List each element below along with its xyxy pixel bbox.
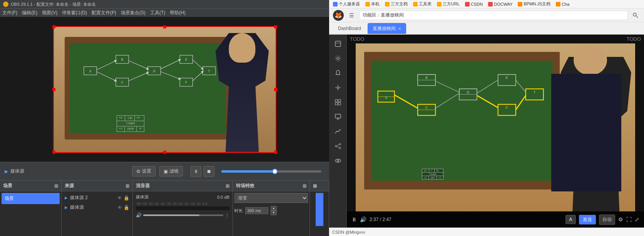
sidebar-icon-eye[interactable] xyxy=(332,155,344,167)
svg-text:E: E xyxy=(506,76,508,80)
bookmark-local[interactable]: 本机 xyxy=(364,0,381,8)
title-bar-text: OBS 29.1.1 - 配置文件: 未命名 - 场景: 未命名 xyxy=(11,2,96,7)
menu-file[interactable]: 文件(F) xyxy=(2,10,17,16)
mixer-menu-icon-1[interactable]: ⋮ xyxy=(225,213,229,218)
scene-item-1[interactable]: 场景 xyxy=(2,193,60,204)
path-part-1: 功能区 xyxy=(363,12,376,18)
pause-button[interactable]: ⏸ xyxy=(191,166,201,177)
video-content: S B C D E F T xyxy=(347,35,644,211)
video-settings-button[interactable]: ⚙ xyxy=(618,216,623,223)
sidebar-icon-cog[interactable] xyxy=(332,81,344,94)
resize-handle-bl[interactable] xyxy=(52,151,55,154)
sidebar-icon-home[interactable] xyxy=(332,38,344,50)
video-fullscreen-button[interactable]: ⛶ xyxy=(626,216,632,223)
duration-input[interactable] xyxy=(245,207,268,214)
sidebar-icon-share[interactable] xyxy=(332,140,344,152)
stop-button[interactable]: ⏹ xyxy=(204,166,214,177)
search-button[interactable] xyxy=(631,11,640,20)
bookmark-docway[interactable]: DOCWAY xyxy=(487,1,514,7)
bookmark-label-9: Cha xyxy=(562,2,569,7)
mixer-panel-title: 混音器 xyxy=(136,183,150,189)
resize-handle-br[interactable] xyxy=(274,151,277,154)
lock-icon-1[interactable]: 🔒 xyxy=(124,195,129,201)
bookmark-bpmn[interactable]: BPMN.JS文档 xyxy=(516,0,552,8)
resize-handle-ml[interactable] xyxy=(52,88,55,91)
mixer-panel-icon[interactable]: ⊞ xyxy=(226,183,229,189)
mixer-label-1: 媒体源 xyxy=(136,194,155,200)
mixer-vol-icon-1[interactable]: 🔊 xyxy=(136,213,142,218)
video-expand-button[interactable]: ⤢ xyxy=(635,216,639,223)
progress-bar[interactable] xyxy=(221,170,321,173)
resize-handle-tc[interactable] xyxy=(163,25,166,28)
tab-close-button[interactable]: ✕ xyxy=(398,27,401,31)
progress-handle[interactable] xyxy=(272,169,278,174)
menu-help[interactable]: 帮助(H) xyxy=(170,10,186,16)
browser-panel: 个人服务器 本机 三方文档 工具类 三方URL CSDN DOCWAY BPM xyxy=(329,0,644,236)
video-send-button[interactable]: 发送 xyxy=(579,215,596,224)
scene-panel-icon[interactable]: ⊞ xyxy=(54,183,58,189)
progress-fill xyxy=(221,170,276,173)
svg-rect-30 xyxy=(335,100,338,102)
svg-line-61 xyxy=(515,80,525,92)
menu-docking[interactable]: 停靠窗口(D) xyxy=(62,10,87,16)
video-auto-button[interactable]: 自动 xyxy=(599,214,615,225)
settings-button[interactable]: ⚙ 设置 xyxy=(132,166,156,176)
media-source-button[interactable]: ▶ 媒体源 xyxy=(5,168,24,175)
source-panel-icon[interactable]: ⊞ xyxy=(125,183,129,189)
menu-scenes[interactable]: 场景集合(S) xyxy=(121,10,146,16)
sidebar-icon-grid[interactable] xyxy=(332,96,344,108)
svg-point-38 xyxy=(335,145,337,147)
filters-button[interactable]: ▣ 滤镜 xyxy=(159,166,183,176)
svg-text:F: F xyxy=(506,106,508,110)
video-pause-button[interactable]: ⏸ xyxy=(351,216,357,223)
obs-main: S B C D E F xyxy=(0,17,329,236)
extra-panel: ⊞ xyxy=(310,181,329,236)
bookmark-personal-server[interactable]: 个人服务器 xyxy=(331,0,361,8)
resize-handle-bc[interactable] xyxy=(163,151,166,154)
duration-up[interactable]: ▲ xyxy=(271,206,277,211)
extra-panel-icon[interactable]: ⊞ xyxy=(313,183,317,189)
eye-icon-2[interactable]: 👁 xyxy=(117,205,122,210)
duration-down[interactable]: ▼ xyxy=(271,211,277,215)
bookmark-label-3: 三方文档 xyxy=(391,1,408,7)
sidebar-icon-bell[interactable] xyxy=(332,67,344,79)
sidebar-icon-settings[interactable] xyxy=(332,52,344,65)
svg-line-23 xyxy=(636,16,638,18)
sidebar-icon-monitor[interactable] xyxy=(332,111,344,123)
transition-type-select[interactable]: 渐变 xyxy=(234,193,308,203)
video-volume-button[interactable]: 🔊 xyxy=(360,216,366,223)
bookmark-csdn[interactable]: CSDN xyxy=(463,1,484,7)
transition-panel-icon[interactable]: ⊞ xyxy=(303,183,306,189)
menu-view[interactable]: 视图(V) xyxy=(42,10,57,16)
nav-menu-button[interactable]: ☰ xyxy=(347,11,356,20)
source-item-1[interactable]: ▶ 媒体源 2 👁 🔒 xyxy=(63,193,131,203)
svg-line-21 xyxy=(193,71,203,81)
tab-live[interactable]: 直播放映间 ✕ xyxy=(368,23,406,34)
menu-tools[interactable]: 工具(T) xyxy=(150,10,165,16)
sidebar-icon-chart[interactable] xyxy=(332,125,344,138)
video-resolution-button[interactable]: A xyxy=(565,215,576,224)
tab-live-label: 直播放映间 xyxy=(373,25,396,32)
extra-bar xyxy=(316,193,323,226)
menu-config[interactable]: 配置文件(P) xyxy=(92,10,116,16)
bookmark-icon-7 xyxy=(488,2,493,7)
resize-handle-tr[interactable] xyxy=(274,25,277,28)
resize-handle-mr[interactable] xyxy=(274,88,277,91)
bookmark-3rdoc[interactable]: 三方文档 xyxy=(383,0,409,8)
svg-text:S: S xyxy=(89,69,92,73)
bookmark-tools[interactable]: 工具类 xyxy=(411,0,433,8)
menu-edit[interactable]: 编辑(E) xyxy=(22,10,37,16)
resize-handle-tl[interactable] xyxy=(52,25,55,28)
vol-slider-1[interactable] xyxy=(143,214,223,216)
eye-icon-1[interactable]: 👁 xyxy=(117,195,122,201)
bookmark-3rdurl[interactable]: 三方URL xyxy=(435,0,461,8)
bookmark-cha[interactable]: Cha xyxy=(554,1,571,7)
media-source-label: 媒体源 xyxy=(10,168,24,175)
mixer-panel: 混音器 ⊞ 媒体源 0.0 dB -60 -55 -50 -45 -40 -35… xyxy=(133,181,233,236)
tab-dashboard[interactable]: DashBoard xyxy=(333,23,366,34)
svg-line-17 xyxy=(129,72,148,80)
transition-panel: 转场特效 ⊞ 渐变 时长 ▲ ▼ xyxy=(233,181,310,236)
source-item-2[interactable]: ▶ 媒体源 👁 🔒 xyxy=(63,203,131,212)
bookmark-label-5: 三方URL xyxy=(443,1,460,7)
lock-icon-2[interactable]: 🔒 xyxy=(124,205,129,210)
